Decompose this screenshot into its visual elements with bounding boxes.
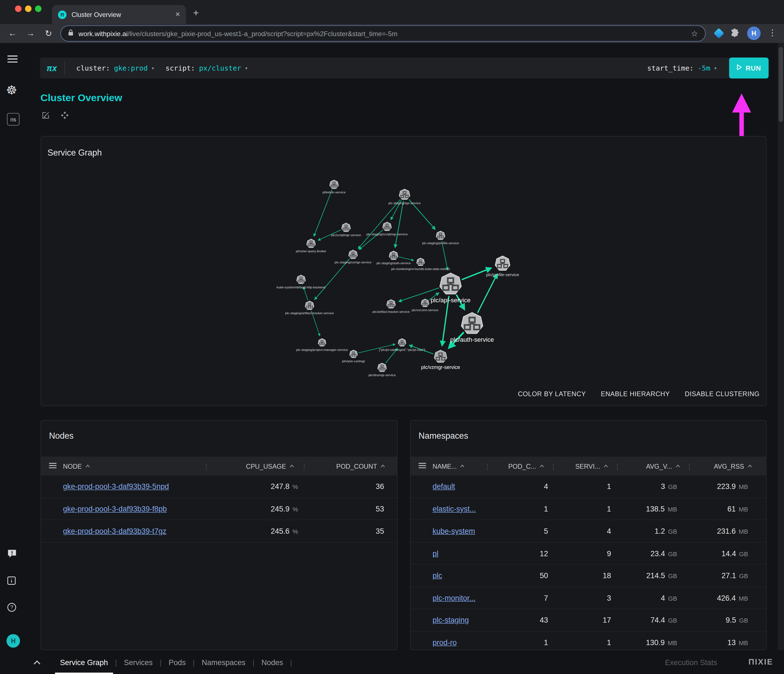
forward-button[interactable]: → bbox=[24, 27, 37, 40]
service-node[interactable]: plc/vzmgr-service bbox=[421, 350, 460, 370]
namespace-link[interactable]: pl bbox=[432, 549, 439, 557]
browser-menu-icon[interactable]: ⋮ bbox=[768, 28, 777, 38]
maximize-window-button[interactable] bbox=[35, 6, 41, 12]
column-header-cpu-usage[interactable]: CPU_USAGE bbox=[208, 462, 301, 470]
new-tab-button[interactable]: + bbox=[193, 7, 199, 18]
column-label: POD_COUNT bbox=[336, 462, 377, 470]
browser-tab-strip: π Cluster Overview × + bbox=[0, 0, 784, 24]
service-node[interactable]: plc-staging/vzmgr-service bbox=[335, 250, 372, 264]
service-node[interactable]: ["plc/pl-nats-mgmt","plc/pl-nats"] bbox=[379, 339, 425, 352]
collapse-chevron-icon[interactable] bbox=[33, 660, 41, 664]
tab-namespaces[interactable]: Namespaces bbox=[195, 650, 252, 674]
cell-value: 5 bbox=[544, 527, 548, 535]
script-selector[interactable]: script: px/cluster ▾ bbox=[166, 64, 248, 72]
column-resize-handle[interactable]: ⋮ bbox=[484, 462, 489, 470]
namespace-link[interactable]: default bbox=[432, 482, 455, 491]
column-resize-handle[interactable]: ⋮ bbox=[301, 462, 306, 470]
svg-text:?: ? bbox=[10, 604, 13, 610]
service-node[interactable]: pl/vizier-query-broker bbox=[296, 239, 327, 253]
user-avatar[interactable]: H bbox=[6, 634, 20, 648]
minimize-window-button[interactable] bbox=[25, 6, 31, 12]
column-header-pod-count[interactable]: POD_COUNT bbox=[306, 462, 397, 470]
service-graph-canvas[interactable]: pl/kelvin-serviceplc-staging/api-service… bbox=[41, 136, 766, 405]
color-by-latency-button[interactable]: COLOR BY LATENCY bbox=[518, 390, 586, 398]
hamburger-menu-icon[interactable] bbox=[7, 55, 18, 65]
column-header-avg-vsize[interactable]: AVG_V... bbox=[619, 462, 686, 470]
service-node[interactable]: plc-staging/api-service bbox=[388, 189, 421, 205]
cell-value: 223.9 bbox=[717, 482, 736, 491]
service-node[interactable]: plc-staging/profile-service bbox=[422, 231, 459, 245]
service-node[interactable]: plc/scriptmgr-service bbox=[331, 223, 361, 237]
cell-value: 50 bbox=[540, 571, 548, 580]
node-link[interactable]: gke-prod-pool-3-daf93b39-5npd bbox=[63, 482, 169, 491]
help-icon[interactable]: ? bbox=[7, 602, 16, 614]
namespace-link[interactable]: plc bbox=[432, 571, 442, 580]
scrollbar[interactable] bbox=[778, 43, 784, 650]
tab-service-graph[interactable]: Service Graph bbox=[53, 650, 115, 674]
table-row: gke-prod-pool-3-daf93b39-t7gz245.6%35 bbox=[41, 520, 397, 542]
tab-services[interactable]: Services bbox=[117, 650, 160, 674]
reload-button[interactable]: ↻ bbox=[42, 27, 55, 40]
info-icon[interactable] bbox=[7, 576, 16, 587]
cell-value: 61 bbox=[727, 504, 736, 513]
kubernetes-icon[interactable]: ☸ bbox=[6, 83, 17, 98]
extension-icon[interactable] bbox=[714, 28, 724, 39]
service-node-label: pl/kelvin-service bbox=[322, 190, 345, 194]
column-header-name[interactable]: NAME... bbox=[432, 462, 484, 470]
graph-edge bbox=[314, 258, 350, 299]
browser-tab[interactable]: π Cluster Overview × bbox=[52, 5, 186, 24]
table-menu-icon[interactable] bbox=[49, 462, 56, 470]
service-node[interactable]: plc/auth-service bbox=[450, 313, 494, 343]
service-node[interactable]: plc/dnsmgr-service bbox=[369, 363, 396, 377]
disable-clustering-button[interactable]: DISABLE CLUSTERING bbox=[685, 390, 759, 398]
cell-value: 231.6 bbox=[717, 527, 736, 535]
table-menu-icon[interactable] bbox=[418, 462, 426, 470]
browser-profile-avatar[interactable]: H bbox=[747, 26, 761, 40]
back-button[interactable]: ← bbox=[6, 27, 19, 40]
service-node[interactable]: plc-staging/artifact-tracker-service bbox=[285, 301, 334, 315]
service-node[interactable]: plc/artifact-tracker-service bbox=[373, 299, 410, 313]
namespace-link[interactable]: prod-ro bbox=[432, 638, 457, 646]
script-value: px/cluster bbox=[199, 64, 241, 72]
run-button[interactable]: RUN bbox=[729, 58, 768, 79]
extensions-puzzle-icon[interactable] bbox=[730, 29, 739, 40]
scrollbar-thumb[interactable] bbox=[779, 47, 783, 122]
service-node[interactable]: plc/profile-service bbox=[486, 256, 519, 277]
column-resize-handle[interactable]: ⋮ bbox=[203, 462, 208, 470]
service-node[interactable]: pl/kelvin-service bbox=[322, 180, 345, 194]
namespace-link[interactable]: kube-system bbox=[432, 527, 475, 535]
column-label: NODE bbox=[63, 462, 82, 470]
close-window-button[interactable] bbox=[15, 6, 22, 12]
namespace-link[interactable]: plc-staging bbox=[432, 616, 469, 624]
service-node-label: plc-staging/scriptmgr-service bbox=[366, 232, 408, 236]
column-resize-handle[interactable]: ⋮ bbox=[614, 462, 619, 470]
bookmark-star-icon[interactable]: ☆ bbox=[691, 29, 698, 38]
close-tab-icon[interactable]: × bbox=[175, 11, 180, 19]
node-link[interactable]: gke-prod-pool-3-daf93b39-f8pb bbox=[63, 504, 167, 513]
service-node[interactable]: plc-staging/auth-service bbox=[376, 251, 411, 265]
service-node[interactable]: kube-system/default-http-backend bbox=[277, 275, 326, 289]
enable-hierarchy-button[interactable]: ENABLE HIERARCHY bbox=[601, 390, 670, 398]
widgets-icon[interactable] bbox=[61, 111, 69, 122]
start-time-selector[interactable]: start_time: -5m ▾ bbox=[647, 64, 717, 72]
column-header-service-count[interactable]: SERVI... bbox=[555, 462, 614, 470]
column-header-node[interactable]: NODE bbox=[63, 462, 203, 470]
namespace-link[interactable]: plc-monitor... bbox=[432, 593, 476, 602]
cell-value: 27.1 bbox=[722, 571, 736, 580]
namespace-link[interactable]: elastic-syst... bbox=[432, 504, 476, 513]
column-header-pod-count[interactable]: POD_C... bbox=[489, 462, 550, 470]
feedback-icon[interactable] bbox=[7, 549, 17, 560]
node-link[interactable]: gke-prod-pool-3-daf93b39-t7gz bbox=[63, 527, 166, 535]
url-bar[interactable]: work.withpixie.ai/live/clusters/gke_pixi… bbox=[61, 26, 705, 41]
namespace-badge-icon[interactable]: ns bbox=[7, 113, 19, 126]
column-resize-handle[interactable]: ⋮ bbox=[686, 462, 691, 470]
execution-stats-button[interactable]: Execution Stats bbox=[665, 658, 717, 666]
service-node[interactable]: plc-staging/project-manager-service bbox=[296, 339, 348, 352]
service-node[interactable]: plc-staging/scriptmgr-service bbox=[366, 222, 408, 236]
tab-nodes[interactable]: Nodes bbox=[255, 650, 290, 674]
tab-pods[interactable]: Pods bbox=[162, 650, 193, 674]
edit-script-icon[interactable] bbox=[41, 111, 50, 122]
column-header-avg-rss[interactable]: AVG_RSS bbox=[691, 462, 766, 470]
cluster-selector[interactable]: cluster: gke:prod ▾ bbox=[76, 64, 154, 72]
column-resize-handle[interactable]: ⋮ bbox=[550, 462, 555, 470]
